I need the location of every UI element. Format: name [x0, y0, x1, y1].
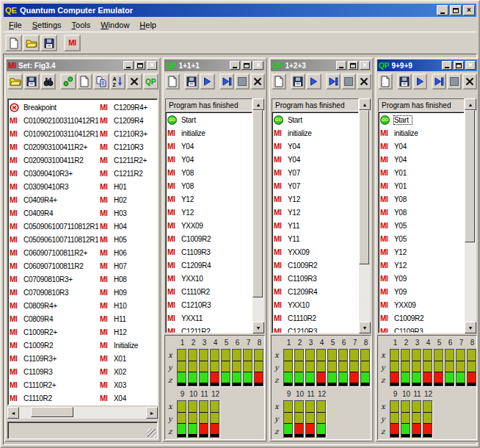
toolbar-button-delete-x[interactable]	[250, 73, 265, 90]
scroll-track[interactable]	[19, 407, 146, 419]
qp-1+2+3-titlebar[interactable]: QP1+2+3×	[271, 59, 371, 71]
list-item[interactable]: MIC1110R2	[167, 285, 252, 298]
toolbar-button-new-page[interactable]	[378, 73, 393, 90]
instruction-list[interactable]: BreakpointMIC0109021003110412R1+MIC01090…	[7, 98, 158, 405]
list-item[interactable]: MIC020903100411R2+	[10, 140, 98, 153]
horizontal-scrollbar[interactable]: ◄►	[7, 407, 158, 419]
qp-9+9+9-titlebar[interactable]: QP9+9+9×	[377, 59, 477, 71]
list-item[interactable]: MIC1109R3	[10, 365, 98, 378]
list-item[interactable]: MIYXX09	[274, 245, 358, 259]
list-item[interactable]: MIC03090410R3	[10, 180, 98, 193]
list-item[interactable]: MIC060907100811R2+	[10, 246, 98, 259]
close-button[interactable]: ×	[360, 61, 370, 70]
list-item[interactable]: MIY11	[274, 219, 358, 232]
toolbar-button-new-page[interactable]	[272, 73, 286, 90]
list-item[interactable]: MIY07	[274, 179, 358, 192]
list-item[interactable]: MIY01	[380, 179, 464, 192]
list-item[interactable]: MIC07090810R3+	[10, 272, 98, 286]
list-item[interactable]: MIC1009R2	[167, 232, 252, 245]
list-item[interactable]: MIY09	[380, 285, 464, 298]
toolbar-button-qp-text[interactable]: QP	[143, 73, 159, 90]
scroll-up-button[interactable]: ▲	[359, 98, 371, 110]
list-item[interactable]: MIC1210R3	[100, 140, 157, 153]
maximize-button[interactable]	[348, 61, 358, 70]
toolbar-button-save-floppy[interactable]	[23, 73, 39, 90]
list-item[interactable]: MIY12	[167, 206, 252, 219]
list-item[interactable]: MIX01	[100, 352, 157, 365]
list-item[interactable]: MIYXX09	[380, 298, 464, 311]
scroll-up-button[interactable]: ▲	[252, 98, 264, 110]
list-item[interactable]: MIC07090810R3	[10, 286, 98, 299]
menu-item-tools[interactable]: Tools	[67, 19, 96, 31]
toolbar-button-green-dots[interactable]	[60, 73, 76, 90]
list-item[interactable]: MIY04	[274, 153, 358, 166]
list-item[interactable]: MIC1009R2+	[10, 325, 98, 339]
toolbar-button-open-folder[interactable]	[23, 35, 40, 51]
toolbar-button-save-floppy[interactable]	[40, 35, 57, 51]
scroll-down-button[interactable]: ▼	[252, 322, 264, 333]
list-item[interactable]: MIYXX09	[167, 219, 252, 232]
list-item[interactable]: MIC0509061007110812R1+	[10, 220, 98, 233]
toolbar-button-save-floppy[interactable]	[397, 73, 412, 90]
scroll-left-button[interactable]: ◄	[7, 407, 19, 419]
list-item[interactable]: GOStart	[380, 113, 464, 126]
list-item[interactable]: MIY12	[274, 206, 358, 219]
minimize-button[interactable]	[123, 61, 134, 70]
toolbar-button-mi-text[interactable]: MI	[64, 35, 81, 51]
list-item[interactable]: MIH05	[100, 233, 157, 246]
list-item[interactable]: MIH11	[100, 312, 157, 325]
close-button[interactable]: ×	[463, 5, 475, 15]
list-item[interactable]: MIY04	[380, 153, 464, 166]
list-item[interactable]: MIY12	[167, 192, 252, 206]
list-item[interactable]: MIY08	[167, 166, 252, 179]
list-item[interactable]: MIH12	[100, 325, 157, 339]
maximize-button[interactable]	[135, 61, 145, 70]
list-item[interactable]: MIC1210R3	[167, 298, 252, 311]
list-item[interactable]: MIH06	[100, 246, 157, 259]
list-item[interactable]: MIY04	[380, 140, 464, 153]
resize-grip[interactable]	[148, 429, 156, 438]
list-item[interactable]: MIX03	[100, 378, 157, 391]
list-item[interactable]: MIY12	[380, 245, 464, 259]
list-item[interactable]: MIY05	[380, 232, 464, 245]
list-item[interactable]: MIH10	[100, 299, 157, 312]
list-item[interactable]: MIInitialize	[100, 339, 157, 352]
scroll-thumb[interactable]	[31, 407, 73, 417]
minimize-button[interactable]	[442, 61, 452, 70]
menu-item-help[interactable]: Help	[134, 19, 161, 31]
list-item[interactable]: MIC1210R3	[274, 325, 358, 333]
list-item[interactable]: MIC060907100811R2	[10, 259, 98, 272]
qp-1+1+1-titlebar[interactable]: QP1+1+1×	[164, 59, 265, 71]
list-item[interactable]: MIY04	[167, 140, 252, 153]
close-button[interactable]: ×	[465, 61, 476, 70]
list-item[interactable]: MIC1211R2+	[100, 153, 157, 167]
list-item[interactable]: MIX02	[100, 365, 157, 378]
list-item[interactable]: MIC1209R4	[100, 114, 157, 127]
scroll-down-button[interactable]: ▼	[359, 322, 371, 333]
list-item[interactable]: MIC1110R2	[274, 311, 358, 325]
list-item[interactable]: MIC1209R4	[167, 259, 252, 272]
toolbar-button-delete-x[interactable]	[357, 73, 371, 90]
list-item[interactable]: GOStart	[274, 113, 358, 126]
list-item[interactable]: MIY08	[380, 192, 464, 206]
toolbar-button-open-folder[interactable]	[7, 73, 23, 90]
maximize-button[interactable]	[241, 61, 252, 70]
list-item[interactable]: MIY04	[167, 153, 252, 166]
list-item[interactable]: MIY12	[274, 192, 358, 206]
list-item[interactable]: MIC1210R3+	[100, 127, 157, 140]
toolbar-button-new-page[interactable]	[5, 35, 22, 51]
list-item[interactable]: MIC020903100411R2	[10, 153, 98, 167]
list-item[interactable]: MIC1110R2	[10, 391, 98, 405]
list-item[interactable]: MIYXX11	[167, 311, 252, 325]
list-item[interactable]: GOStart	[167, 113, 252, 126]
toolbar-button-stop-square[interactable]	[447, 73, 462, 90]
list-item[interactable]: MIinitialize	[167, 126, 252, 140]
list-item[interactable]: MIC1009R2	[274, 259, 358, 272]
toolbar-button-step-play[interactable]	[432, 73, 446, 90]
menu-item-window[interactable]: Window	[95, 19, 134, 31]
list-item[interactable]: MIC03090410R3+	[10, 167, 98, 180]
scroll-down-button[interactable]: ▼	[465, 322, 476, 333]
toolbar-button-delete-x[interactable]	[126, 73, 142, 90]
list-item[interactable]: MIC1209R4+	[100, 101, 157, 114]
menu-item-file[interactable]: File	[4, 19, 27, 31]
